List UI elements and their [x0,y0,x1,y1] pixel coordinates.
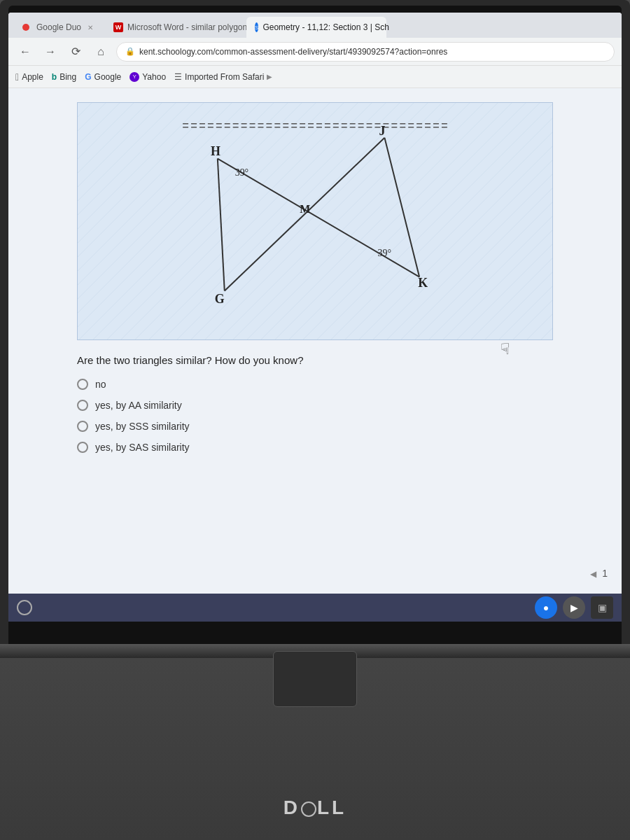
word-icon: W [113,22,123,32]
svg-text:G: G [215,292,225,306]
yahoo-icon: Y [130,72,139,82]
page-number: ◀ 1 [590,567,608,580]
bookmark-bing-label: Bing [59,72,76,82]
bookmark-google[interactable]: G Google [85,72,121,82]
dell-logo: DLL [284,797,346,819]
option-yes-sss-label: yes, by SSS similarity [95,421,190,432]
bookmark-yahoo-label: Yahoo [142,72,166,82]
forward-button[interactable]: → [41,42,60,62]
bookmark-imported-label: Imported From Safari [185,72,264,82]
tab-ms-word[interactable]: W Microsoft Word - similar polygon ✕ [105,17,245,38]
laptop-screen-outer: Google Duo ✕ W Microsoft Word - similar … [0,0,630,644]
tab-schoology[interactable]: S Geometry - 11,12: Section 3 | Sch [246,17,386,38]
taskbar-monitor-icon[interactable]: ▣ [591,596,613,619]
dell-text: DLL [284,797,346,819]
svg-text:K: K [418,276,428,290]
option-yes-sas[interactable]: yes, by SAS similarity [77,442,553,453]
taskbar-right: ● ▶ ▣ [535,596,613,619]
bing-icon: b [52,72,57,82]
tab-ms-word-label: Microsoft Word - similar polygon [127,22,247,32]
option-yes-sas-label: yes, by SAS similarity [95,442,190,453]
radio-yes-aa[interactable] [77,400,88,411]
page-number-value: 1 [602,568,608,579]
back-button[interactable]: ← [15,42,35,62]
svg-text:J: J [379,124,385,138]
taskbar-left [17,600,535,615]
bookmark-yahoo[interactable]: Y Yahoo [130,72,166,82]
tab-schoology-label: Geometry - 11,12: Section 3 | Sch [262,22,389,32]
tab-close-duo[interactable]: ✕ [85,22,95,32]
geometry-diagram: H J G K M 39° 39° [77,102,553,340]
bookmark-apple-label: Apple [22,72,43,82]
address-text: kent.schoology.com/common-assessment-del… [139,47,447,57]
bookmark-bing[interactable]: b Bing [52,72,76,82]
taskbar-play-icon[interactable]: ▶ [563,596,585,619]
schoology-tab-icon: S [255,22,258,32]
radio-no[interactable] [77,379,88,390]
triangle-svg: H J G K M 39° 39° [78,103,552,340]
bookmark-google-label: Google [94,72,122,82]
bookmark-imported[interactable]: ☰ Imported From Safari ▶ [174,72,272,82]
taskbar-schoology-icon[interactable]: ● [535,596,557,619]
imported-arrow-icon: ▶ [267,73,272,80]
google-icon: G [85,72,91,82]
tab-google-duo-label: Google Duo [36,22,81,32]
browser-window: Google Duo ✕ W Microsoft Word - similar … [8,13,622,622]
question-text: Are the two triangles similar? How do yo… [77,354,553,366]
option-no-label: no [95,379,106,390]
question-area: Are the two triangles similar? How do yo… [77,354,553,453]
tab-bar: Google Duo ✕ W Microsoft Word - similar … [8,13,622,38]
taskbar: ● ▶ ▣ [8,594,622,622]
radio-yes-sss[interactable] [77,421,88,432]
imported-icon: ☰ [174,72,182,82]
screen-bezel: Google Duo ✕ W Microsoft Word - similar … [8,6,622,644]
address-bar[interactable]: 🔒 kent.schoology.com/common-assessment-d… [116,42,615,62]
touchpad[interactable] [273,651,357,707]
tab-google-duo[interactable]: Google Duo ✕ [14,17,104,38]
home-button[interactable]: ⌂ [91,42,111,62]
option-yes-aa[interactable]: yes, by AA similarity [77,400,553,411]
option-yes-aa-label: yes, by AA similarity [95,400,182,411]
apple-icon:  [15,71,19,83]
svg-text:39°: 39° [235,167,248,178]
svg-text:39°: 39° [377,248,391,258]
taskbar-start-circle[interactable] [17,600,32,615]
recording-dot [22,24,29,31]
nav-bar: ← → ⟳ ⌂ 🔒 kent.schoology.com/common-asse… [8,38,622,66]
svg-text:M: M [300,203,310,215]
page-content: H J G K M 39° 39° Are the [8,88,622,622]
bookmark-apple[interactable]:  Apple [15,71,43,83]
svg-text:H: H [211,144,220,158]
option-yes-sss[interactable]: yes, by SSS similarity [77,421,553,432]
svg-line-5 [218,159,225,291]
option-no[interactable]: no [77,379,553,390]
bookmarks-bar:  Apple b Bing G Google Y Yahoo ☰ [8,66,622,88]
lock-icon: 🔒 [125,47,135,56]
radio-yes-sas[interactable] [77,442,88,453]
refresh-button[interactable]: ⟳ [66,42,85,62]
